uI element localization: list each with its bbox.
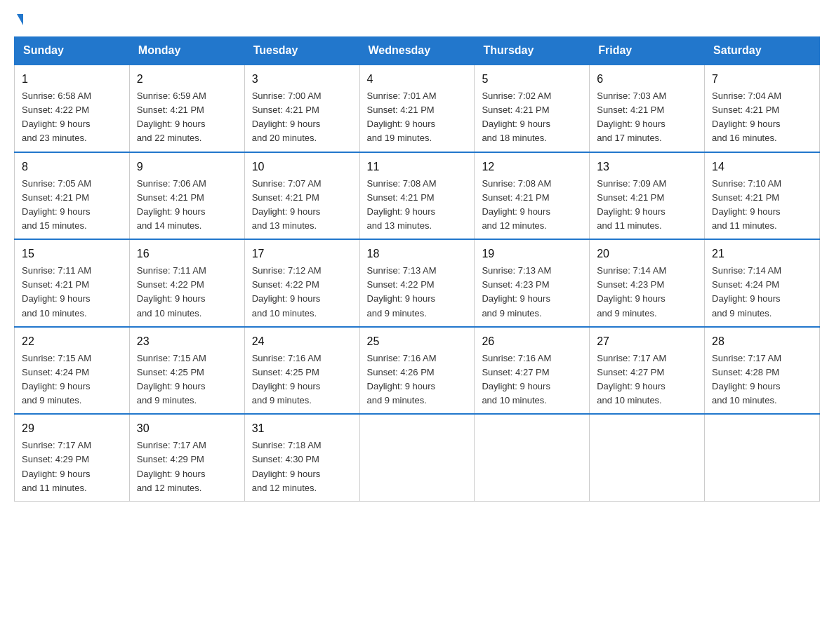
day-number: 14 (712, 159, 812, 175)
calendar-day-cell: 18Sunrise: 7:13 AMSunset: 4:22 PMDayligh… (359, 239, 475, 327)
calendar-day-cell: 13Sunrise: 7:09 AMSunset: 4:21 PMDayligh… (590, 152, 705, 240)
calendar-day-cell: 9Sunrise: 7:06 AMSunset: 4:21 PMDaylight… (129, 152, 244, 240)
day-number: 4 (367, 71, 468, 88)
day-number: 1 (22, 71, 122, 88)
day-info: Sunrise: 6:58 AMSunset: 4:22 PMDaylight:… (22, 89, 122, 146)
day-number: 19 (482, 246, 582, 262)
calendar-day-cell: 26Sunrise: 7:16 AMSunset: 4:27 PMDayligh… (475, 327, 590, 415)
calendar-day-cell: 25Sunrise: 7:16 AMSunset: 4:26 PMDayligh… (359, 327, 475, 415)
calendar-day-cell: 6Sunrise: 7:03 AMSunset: 4:21 PMDaylight… (590, 65, 705, 152)
header-thursday: Thursday (475, 37, 590, 65)
calendar-day-cell: 28Sunrise: 7:17 AMSunset: 4:28 PMDayligh… (705, 327, 820, 415)
day-number: 20 (597, 246, 697, 262)
calendar-day-cell: 29Sunrise: 7:17 AMSunset: 4:29 PMDayligh… (15, 414, 130, 501)
calendar-day-cell: 1Sunrise: 6:58 AMSunset: 4:22 PMDaylight… (15, 65, 130, 152)
calendar-week-row: 8Sunrise: 7:05 AMSunset: 4:21 PMDaylight… (15, 152, 820, 240)
calendar-week-row: 1Sunrise: 6:58 AMSunset: 4:22 PMDaylight… (15, 65, 820, 152)
logo (14, 14, 23, 25)
day-info: Sunrise: 7:16 AMSunset: 4:25 PMDaylight:… (252, 351, 352, 408)
calendar-day-cell: 5Sunrise: 7:02 AMSunset: 4:21 PMDaylight… (475, 65, 590, 152)
day-info: Sunrise: 7:08 AMSunset: 4:21 PMDaylight:… (482, 177, 582, 234)
day-info: Sunrise: 7:12 AMSunset: 4:22 PMDaylight:… (252, 264, 352, 321)
day-number: 31 (252, 420, 352, 437)
day-number: 9 (137, 159, 237, 175)
day-info: Sunrise: 7:03 AMSunset: 4:21 PMDaylight:… (597, 89, 697, 146)
day-number: 8 (22, 159, 122, 175)
day-number: 27 (597, 333, 697, 350)
day-info: Sunrise: 7:15 AMSunset: 4:25 PMDaylight:… (137, 351, 237, 408)
day-number: 3 (252, 71, 352, 88)
calendar-day-cell: 10Sunrise: 7:07 AMSunset: 4:21 PMDayligh… (244, 152, 359, 240)
day-number: 11 (367, 159, 468, 175)
header-friday: Friday (590, 37, 705, 65)
day-number: 28 (712, 333, 812, 350)
day-info: Sunrise: 7:13 AMSunset: 4:22 PMDaylight:… (367, 264, 468, 321)
calendar-day-cell (359, 414, 475, 501)
day-number: 25 (367, 333, 468, 350)
calendar-day-cell (590, 414, 705, 501)
calendar-day-cell: 21Sunrise: 7:14 AMSunset: 4:24 PMDayligh… (705, 239, 820, 327)
day-number: 15 (22, 246, 122, 262)
day-number: 22 (22, 333, 122, 350)
calendar-day-cell: 20Sunrise: 7:14 AMSunset: 4:23 PMDayligh… (590, 239, 705, 327)
day-info: Sunrise: 7:16 AMSunset: 4:27 PMDaylight:… (482, 351, 582, 408)
calendar-day-cell: 30Sunrise: 7:17 AMSunset: 4:29 PMDayligh… (129, 414, 244, 501)
day-info: Sunrise: 7:11 AMSunset: 4:22 PMDaylight:… (137, 264, 237, 321)
day-info: Sunrise: 7:08 AMSunset: 4:21 PMDaylight:… (367, 177, 468, 234)
calendar-day-cell: 23Sunrise: 7:15 AMSunset: 4:25 PMDayligh… (129, 327, 244, 415)
day-number: 13 (597, 159, 697, 175)
day-info: Sunrise: 7:11 AMSunset: 4:21 PMDaylight:… (22, 264, 122, 321)
page-header (14, 14, 820, 25)
day-number: 6 (597, 71, 697, 88)
day-number: 12 (482, 159, 582, 175)
calendar-day-cell: 4Sunrise: 7:01 AMSunset: 4:21 PMDaylight… (359, 65, 475, 152)
day-info: Sunrise: 7:05 AMSunset: 4:21 PMDaylight:… (22, 177, 122, 234)
day-info: Sunrise: 7:14 AMSunset: 4:24 PMDaylight:… (712, 264, 812, 321)
logo-arrow-icon (17, 14, 23, 25)
day-number: 23 (137, 333, 237, 350)
calendar-day-cell: 31Sunrise: 7:18 AMSunset: 4:30 PMDayligh… (244, 414, 359, 501)
calendar-day-cell: 22Sunrise: 7:15 AMSunset: 4:24 PMDayligh… (15, 327, 130, 415)
day-info: Sunrise: 7:10 AMSunset: 4:21 PMDaylight:… (712, 177, 812, 234)
calendar-week-row: 15Sunrise: 7:11 AMSunset: 4:21 PMDayligh… (15, 239, 820, 327)
day-info: Sunrise: 7:15 AMSunset: 4:24 PMDaylight:… (22, 351, 122, 408)
header-sunday: Sunday (15, 37, 130, 65)
day-info: Sunrise: 7:17 AMSunset: 4:28 PMDaylight:… (712, 351, 812, 408)
day-info: Sunrise: 7:04 AMSunset: 4:21 PMDaylight:… (712, 89, 812, 146)
day-info: Sunrise: 7:17 AMSunset: 4:29 PMDaylight:… (22, 438, 122, 495)
day-number: 21 (712, 246, 812, 262)
header-saturday: Saturday (705, 37, 820, 65)
day-info: Sunrise: 7:13 AMSunset: 4:23 PMDaylight:… (482, 264, 582, 321)
calendar-day-cell: 16Sunrise: 7:11 AMSunset: 4:22 PMDayligh… (129, 239, 244, 327)
day-info: Sunrise: 7:01 AMSunset: 4:21 PMDaylight:… (367, 89, 468, 146)
day-number: 2 (137, 71, 237, 88)
day-number: 30 (137, 420, 237, 437)
calendar-week-row: 22Sunrise: 7:15 AMSunset: 4:24 PMDayligh… (15, 327, 820, 415)
day-info: Sunrise: 7:14 AMSunset: 4:23 PMDaylight:… (597, 264, 697, 321)
day-number: 16 (137, 246, 237, 262)
header-tuesday: Tuesday (244, 37, 359, 65)
day-number: 5 (482, 71, 582, 88)
calendar-day-cell: 3Sunrise: 7:00 AMSunset: 4:21 PMDaylight… (244, 65, 359, 152)
header-wednesday: Wednesday (359, 37, 475, 65)
calendar-header-row: SundayMondayTuesdayWednesdayThursdayFrid… (15, 37, 820, 65)
day-number: 7 (712, 71, 812, 88)
day-info: Sunrise: 7:17 AMSunset: 4:29 PMDaylight:… (137, 438, 237, 495)
calendar-day-cell: 2Sunrise: 6:59 AMSunset: 4:21 PMDaylight… (129, 65, 244, 152)
calendar-day-cell: 14Sunrise: 7:10 AMSunset: 4:21 PMDayligh… (705, 152, 820, 240)
day-info: Sunrise: 7:18 AMSunset: 4:30 PMDaylight:… (252, 438, 352, 495)
calendar-day-cell: 15Sunrise: 7:11 AMSunset: 4:21 PMDayligh… (15, 239, 130, 327)
calendar-day-cell (705, 414, 820, 501)
day-number: 10 (252, 159, 352, 175)
calendar-day-cell: 27Sunrise: 7:17 AMSunset: 4:27 PMDayligh… (590, 327, 705, 415)
day-info: Sunrise: 7:02 AMSunset: 4:21 PMDaylight:… (482, 89, 582, 146)
day-info: Sunrise: 7:07 AMSunset: 4:21 PMDaylight:… (252, 177, 352, 234)
day-number: 26 (482, 333, 582, 350)
day-info: Sunrise: 7:16 AMSunset: 4:26 PMDaylight:… (367, 351, 468, 408)
calendar-day-cell: 17Sunrise: 7:12 AMSunset: 4:22 PMDayligh… (244, 239, 359, 327)
header-monday: Monday (129, 37, 244, 65)
calendar-week-row: 29Sunrise: 7:17 AMSunset: 4:29 PMDayligh… (15, 414, 820, 501)
calendar-day-cell: 24Sunrise: 7:16 AMSunset: 4:25 PMDayligh… (244, 327, 359, 415)
day-number: 24 (252, 333, 352, 350)
calendar-day-cell: 7Sunrise: 7:04 AMSunset: 4:21 PMDaylight… (705, 65, 820, 152)
